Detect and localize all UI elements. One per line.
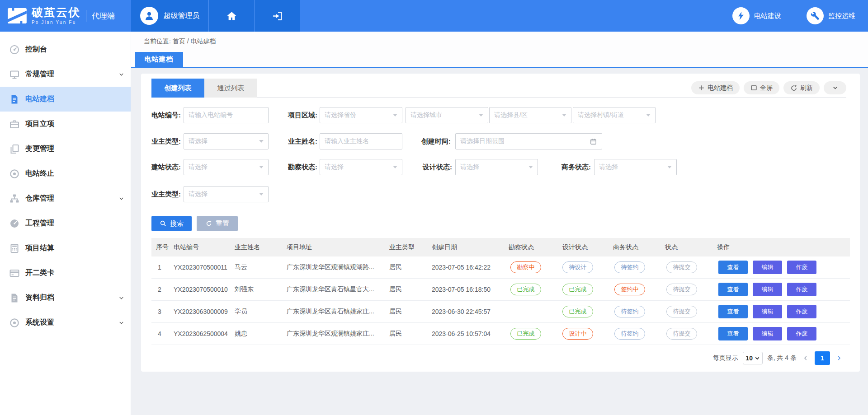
brand: 破茧云伏 Po Jian Yun Fu 代理端: [0, 0, 131, 32]
design-status-select[interactable]: 请选择: [455, 159, 538, 175]
dashboard-icon: [9, 44, 20, 55]
reset-button[interactable]: 重置: [197, 216, 238, 231]
edit-button[interactable]: 编辑: [753, 327, 782, 340]
monitor-icon: [9, 69, 20, 80]
table-row: 4 YX2023062500004 姚忠 广东深圳龙华区观澜镇姚家庄... 居民…: [151, 323, 850, 345]
page-tab-station-archive[interactable]: 电站建档: [135, 52, 183, 67]
page-number[interactable]: 1: [815, 351, 830, 365]
pagination: 每页显示 10 条, 共 4 条 1: [151, 345, 850, 371]
sidebar-item-data-archive[interactable]: 资料归档: [0, 285, 131, 310]
edit-button[interactable]: 编辑: [753, 261, 782, 274]
main-area: 当前位置: 首页 / 电站建档 电站建档 创建列表 通过列表 电站建档 全屏 刷…: [131, 32, 868, 415]
status-badge: 签约中: [614, 284, 645, 295]
design-status-label: 设计状态:: [423, 159, 452, 175]
sidebar-item-console[interactable]: 控制台: [0, 37, 131, 62]
table-row: 2 YX2023070500010 刘强东 广东深圳龙华区黄石镇星官大... 居…: [151, 279, 850, 301]
void-button[interactable]: 作废: [787, 283, 816, 296]
date-range-input[interactable]: 请选择日期范围: [455, 133, 602, 149]
survey-status-select[interactable]: 请选择: [320, 159, 402, 175]
nav-monitor-ops[interactable]: 监控运维: [807, 0, 855, 32]
logout-icon: [272, 10, 283, 22]
chevron-left-icon: [802, 354, 809, 362]
build-status-select[interactable]: 请选择: [184, 159, 269, 175]
sidebar-item-engineering-mgmt[interactable]: 工程管理: [0, 211, 131, 236]
fullscreen-icon: [750, 84, 757, 91]
void-button[interactable]: 作废: [787, 305, 816, 318]
per-page-label: 每页显示: [713, 354, 738, 362]
table-row: 3 YX2023063000009 学员 广东深圳龙华区黄石镇姚家庄... 居民…: [151, 301, 850, 323]
plus-icon: [698, 84, 705, 91]
status-badge: 已完成: [510, 284, 541, 295]
chevron-down-icon: [832, 84, 839, 91]
county-select[interactable]: 请选择县/区: [489, 107, 571, 123]
col-owner: 业主姓名: [235, 238, 260, 256]
sidebar-item-station-archive[interactable]: 电站建档: [0, 87, 131, 112]
status-badge: 待签约: [614, 261, 645, 273]
sidebar-item-general-mgmt[interactable]: 常规管理: [0, 62, 131, 87]
edit-button[interactable]: 编辑: [753, 283, 782, 296]
search-icon: [160, 220, 167, 227]
sidebar: 控制台 常规管理 电站建档 项目立项 变更管理 电站终止: [0, 32, 131, 415]
view-button[interactable]: 查看: [718, 327, 748, 340]
sidebar-item-system-settings[interactable]: 系统设置: [0, 310, 131, 335]
per-page-select[interactable]: 10: [743, 352, 763, 364]
calculator-icon: [9, 243, 20, 254]
nav-monitor-ops-label: 监控运维: [828, 12, 855, 20]
edit-button[interactable]: 编辑: [753, 305, 782, 318]
view-button[interactable]: 查看: [718, 283, 748, 296]
collapse-button[interactable]: [824, 81, 846, 94]
prev-page-button[interactable]: [801, 354, 810, 363]
caret-down-icon: [562, 114, 566, 117]
sidebar-item-station-termination[interactable]: 电站终止: [0, 161, 131, 186]
owner-name-input[interactable]: 请输入业主姓名: [320, 133, 402, 149]
search-button[interactable]: 搜索: [151, 216, 192, 231]
business-status-select[interactable]: 请选择: [594, 159, 677, 175]
survey-status-label: 勘察状态:: [288, 159, 317, 175]
sidebar-item-warehouse-mgmt[interactable]: 仓库管理: [0, 186, 131, 211]
user-menu[interactable]: 超级管理员: [131, 0, 208, 32]
owner-type2-label: 业主类型:: [151, 186, 181, 202]
status-badge: 待签约: [614, 306, 645, 317]
view-button[interactable]: 查看: [718, 261, 748, 274]
caret-down-icon: [667, 166, 672, 168]
void-button[interactable]: 作废: [787, 327, 816, 340]
chevron-down-icon: [118, 71, 124, 77]
view-button[interactable]: 查看: [718, 305, 748, 318]
tab-create-list[interactable]: 创建列表: [151, 79, 204, 98]
create-time-label: 创建时间:: [421, 133, 451, 149]
sidebar-item-type2-card[interactable]: 开二类卡: [0, 261, 131, 285]
header-spacer: [300, 0, 732, 32]
sidebar-item-project-settlement[interactable]: 项目结算: [0, 236, 131, 261]
village-select[interactable]: 请选择村镇/街道: [573, 107, 656, 123]
sidebar-item-project-initiation[interactable]: 项目立项: [0, 112, 131, 136]
lightning-icon: [732, 7, 750, 24]
brand-title: 破茧云伏: [32, 7, 80, 18]
calendar-icon: [590, 138, 597, 145]
next-page-button[interactable]: [835, 354, 844, 363]
add-station-button[interactable]: 电站建档: [691, 81, 740, 94]
void-button[interactable]: 作废: [787, 261, 816, 274]
settings-icon: [9, 317, 20, 328]
province-select[interactable]: 请选择省份: [320, 107, 402, 123]
caret-down-icon: [755, 357, 760, 360]
breadcrumb: 当前位置: 首页 / 电站建档: [144, 37, 216, 46]
total-label: 条, 共 4 条: [767, 354, 797, 362]
refresh-button[interactable]: 刷新: [783, 81, 820, 94]
nav-station-build-label: 电站建设: [754, 12, 781, 20]
card-icon: [9, 268, 20, 279]
status-badge: 勘察中: [510, 261, 541, 273]
home-button[interactable]: [208, 0, 254, 32]
home-icon: [226, 10, 237, 22]
chevron-down-icon: [118, 320, 124, 326]
owner-type2-select[interactable]: 请选择: [184, 186, 269, 202]
station-no-input[interactable]: 请输入电站编号: [184, 107, 269, 123]
owner-type-select[interactable]: 请选择: [184, 133, 269, 149]
nav-station-build[interactable]: 电站建设: [732, 0, 781, 32]
fullscreen-button[interactable]: 全屏: [744, 81, 779, 94]
chevron-right-icon: [835, 354, 843, 362]
sidebar-item-change-mgmt[interactable]: 变更管理: [0, 136, 131, 161]
business-status-label: 商务状态:: [561, 159, 591, 175]
city-select[interactable]: 请选择城市: [406, 107, 488, 123]
logout-button[interactable]: [254, 0, 300, 32]
tab-passed-list[interactable]: 通过列表: [204, 79, 257, 98]
